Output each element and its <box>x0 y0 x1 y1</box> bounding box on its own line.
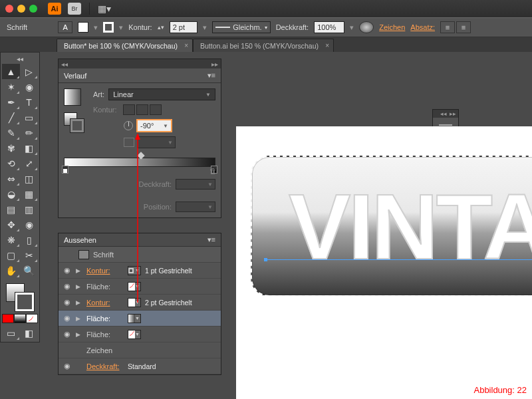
document-tab[interactable]: Button.ai bei 150 % (CMYK/Vorschau)× <box>193 39 334 52</box>
button-shape[interactable]: VINTAG <box>251 156 532 297</box>
panel-collapse-icon[interactable]: ◂◂ <box>440 110 447 117</box>
canvas[interactable]: ◂◂▸▸ VINTAG Abbildung: 22 <box>223 52 532 399</box>
appearance-target-row[interactable]: Schrift <box>59 247 221 263</box>
draw-mode-button[interactable]: ◧ <box>20 325 38 340</box>
panel-menu-icon[interactable]: ▾≡ <box>207 71 215 80</box>
zoom-window-button[interactable] <box>29 5 37 13</box>
stop-position-field[interactable]: ▼ <box>176 201 215 212</box>
width-tool[interactable]: ⇔ <box>2 171 20 186</box>
gradient-type-select[interactable]: Linear▼ <box>108 88 215 100</box>
symbol-sprayer-tool[interactable]: ❋ <box>2 232 20 247</box>
free-transform-tool[interactable]: ◫ <box>20 171 38 186</box>
gradient-preview-swatch[interactable] <box>64 88 81 106</box>
lasso-tool[interactable]: ◉ <box>20 79 38 94</box>
rotate-tool[interactable]: ⟲ <box>2 156 20 171</box>
selection-tool[interactable]: ▲ <box>2 64 20 79</box>
appearance-row-fill-selected[interactable]: ◉▶ Fläche: ▼ <box>59 311 221 327</box>
visibility-icon[interactable]: ◉ <box>63 362 72 371</box>
fill-swatch[interactable] <box>78 22 88 33</box>
stroke-weight-field[interactable]: 2 pt <box>170 21 198 33</box>
close-tab-icon[interactable]: × <box>325 42 329 49</box>
expand-icon[interactable]: ▶ <box>76 283 82 290</box>
appearance-row-stroke[interactable]: ◉▶ Kontur: ▼ 2 pt Gestrichelt <box>59 295 221 311</box>
opacity-field[interactable]: 100% <box>314 21 344 33</box>
align-center-button[interactable]: ≡ <box>456 21 471 33</box>
fill-well[interactable]: A <box>58 21 72 33</box>
delete-stop-icon[interactable]: 🗑 <box>209 167 217 175</box>
stroke-grad-across[interactable] <box>150 104 162 115</box>
eyedropper-tool[interactable]: ✥ <box>2 217 20 232</box>
mesh-tool[interactable]: ▤ <box>2 201 20 217</box>
expand-icon[interactable]: ▶ <box>76 299 82 306</box>
appearance-row-stroke[interactable]: ◉▶ Kontur: ▼ 1 pt Gestrichelt <box>59 263 221 279</box>
rectangle-tool[interactable]: ▭ <box>20 110 38 125</box>
visibility-icon[interactable]: ◉ <box>63 266 72 275</box>
gradient-fill-stroke[interactable] <box>64 112 86 135</box>
artboard-tool[interactable]: ▢ <box>2 247 20 263</box>
align-left-button[interactable]: ≡ <box>440 21 455 33</box>
swatch-dropdown[interactable]: ⟋▼ <box>128 330 141 339</box>
direct-selection-tool[interactable]: ▷ <box>20 64 38 79</box>
paintbrush-tool[interactable]: ✎ <box>2 125 20 140</box>
expand-icon[interactable]: ▶ <box>76 315 82 322</box>
color-mode-row[interactable]: ⟋ <box>2 314 38 323</box>
arrange-documents-button[interactable]: ▦▾ <box>98 3 111 14</box>
document-tab-active[interactable]: Button* bei 100 % (CMYK/Vorschau)× <box>57 39 193 52</box>
stop-opacity-field[interactable]: ▼ <box>176 179 215 190</box>
expand-icon[interactable]: ▸▸ <box>211 61 218 68</box>
shape-builder-tool[interactable]: ◒ <box>2 186 20 201</box>
stroke-grad-along[interactable] <box>136 104 148 115</box>
attr-label[interactable]: Kontur: <box>86 299 124 307</box>
attr-label[interactable]: Deckkraft: <box>86 362 124 370</box>
type-tool[interactable]: T <box>20 94 38 110</box>
close-window-button[interactable] <box>5 5 13 13</box>
swatch-dropdown[interactable]: ▼ <box>128 314 141 323</box>
bridge-button[interactable]: Br <box>68 3 81 15</box>
panel-close-icon[interactable]: ▸▸ <box>450 110 456 117</box>
attr-label[interactable]: Kontur: <box>86 267 124 275</box>
aspect-ratio-field[interactable]: ▼ <box>137 136 176 148</box>
scale-tool[interactable]: ⤢ <box>20 156 38 171</box>
visibility-icon[interactable]: ◉ <box>63 282 72 291</box>
stroke-swatch-large[interactable] <box>15 293 34 311</box>
panel-menu-icon[interactable]: ▾≡ <box>207 235 215 244</box>
appearance-row-characters[interactable]: Zeichen <box>59 342 221 358</box>
hand-tool[interactable]: ✋ <box>2 263 20 278</box>
perspective-grid-tool[interactable]: ▦ <box>20 186 38 201</box>
toolbox-grip[interactable]: ◂◂ <box>2 54 38 64</box>
stroke-swatch[interactable] <box>103 22 114 33</box>
appearance-row-fill[interactable]: ◉▶ Fläche: ⟋▼ <box>59 279 221 295</box>
pencil-tool[interactable]: ✏ <box>20 125 38 140</box>
recolor-button[interactable] <box>359 21 374 33</box>
swatch-dropdown[interactable]: ⟋▼ <box>128 282 141 291</box>
vintage-text[interactable]: VINTAG <box>289 173 532 281</box>
zoom-tool[interactable]: 🔍 <box>20 263 38 278</box>
visibility-icon[interactable]: ◉ <box>63 330 72 339</box>
blob-brush-tool[interactable]: ✾ <box>2 140 20 156</box>
minimize-window-button[interactable] <box>17 5 25 13</box>
collapse-icon[interactable]: ◂◂ <box>61 61 68 68</box>
gradient-ramp[interactable]: 🗑 <box>64 158 215 167</box>
eraser-tool[interactable]: ◧ <box>20 140 38 156</box>
stroke-grad-within[interactable] <box>123 104 135 115</box>
visibility-icon[interactable]: ◉ <box>63 298 72 307</box>
fill-stroke-control[interactable] <box>2 281 38 313</box>
expand-icon[interactable]: ▶ <box>76 267 82 274</box>
close-tab-icon[interactable]: × <box>184 42 188 49</box>
character-panel-link[interactable]: Zeichen <box>379 23 405 31</box>
expand-icon[interactable]: ▶ <box>76 331 82 338</box>
appearance-row-opacity[interactable]: ◉ Deckkraft: Standard <box>59 358 221 374</box>
line-tool[interactable]: ╱ <box>2 110 20 125</box>
panel-header[interactable]: ◂◂▸▸ <box>59 59 221 68</box>
paragraph-panel-link[interactable]: Absatz: <box>410 23 435 31</box>
gradient-angle-field[interactable]: -90°▼ <box>136 119 172 132</box>
appearance-row-fill[interactable]: ◉▶ Fläche: ⟋▼ <box>59 327 221 342</box>
pen-tool[interactable]: ✒ <box>2 94 20 110</box>
swatch-dropdown[interactable]: ▼ <box>128 298 141 307</box>
slice-tool[interactable]: ✂ <box>20 247 38 263</box>
gradient-stop-left[interactable] <box>62 166 68 174</box>
screen-mode-button[interactable]: ▭ <box>2 325 20 340</box>
visibility-icon[interactable]: ◉ <box>63 314 72 323</box>
stroke-profile[interactable]: Gleichm.▾ <box>212 21 271 33</box>
blend-tool[interactable]: ◉ <box>20 217 38 232</box>
